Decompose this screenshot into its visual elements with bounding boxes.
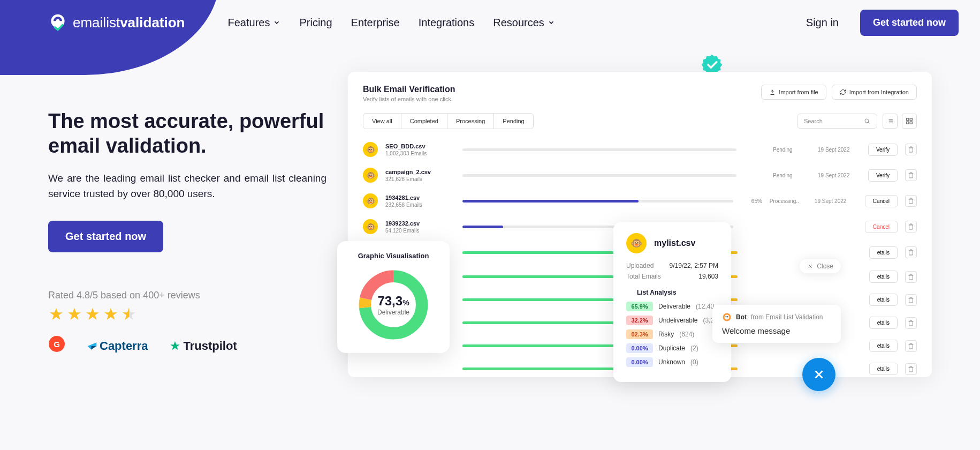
file-action-button[interactable]: etails [869, 246, 898, 259]
details-button[interactable]: etails [869, 271, 898, 283]
signin-link[interactable]: Sign in [806, 17, 839, 29]
percent-badge: 65.9% [626, 302, 653, 311]
analysis-count: (12,40 [696, 303, 714, 310]
delete-button[interactable] [905, 195, 917, 207]
file-status: Processing.. [770, 198, 807, 204]
review-logos: G Capterra Trustpilot [48, 335, 326, 356]
header: emailistvalidation Features Pricing Ente… [0, 0, 980, 45]
svg-rect-6 [907, 118, 909, 121]
import-integration-button[interactable]: Import from Integration [832, 85, 917, 100]
details-button[interactable]: etails [869, 340, 898, 352]
bot-from: from Email List Validation [751, 313, 823, 321]
svg-point-16 [727, 316, 728, 317]
nav-features[interactable]: Features [228, 17, 281, 29]
star-icon [66, 306, 82, 322]
hero-title: The most accurate, powerful email valida… [48, 109, 326, 158]
percent-badge: 32.2% [626, 316, 653, 325]
nav-pricing[interactable]: Pricing [299, 17, 332, 29]
chat-fab[interactable] [802, 358, 835, 391]
file-count: 232,658 Emails [385, 202, 455, 208]
analysis-label: Risky [658, 331, 674, 338]
analysis-label: Unknown [658, 358, 685, 366]
file-action-button[interactable]: Cancel [865, 221, 898, 233]
svg-point-1 [56, 19, 59, 23]
total-value: 19,603 [698, 273, 718, 280]
close-button[interactable]: Close [800, 259, 841, 273]
search-input[interactable]: Search [797, 114, 877, 129]
filter-tabs: View all Completed Processing Pending [363, 113, 534, 129]
analysis-label: Undeliverable [658, 317, 697, 324]
tab-view-all[interactable]: View all [363, 114, 401, 129]
logo[interactable]: emailistvalidation [48, 13, 185, 32]
delete-button[interactable] [905, 271, 917, 283]
svg-point-15 [725, 316, 726, 317]
chevron-down-icon [273, 19, 280, 26]
upload-icon [769, 89, 776, 95]
rating-stars [48, 306, 326, 322]
donut-value: 73,3% [377, 294, 409, 309]
file-action-button[interactable]: Cancel [865, 195, 898, 207]
file-name: SEO_BDD.csv [385, 143, 455, 149]
percent-badge: 0.00% [626, 357, 653, 367]
delete-button[interactable] [905, 294, 917, 306]
tab-pending[interactable]: Pending [494, 114, 533, 129]
chevron-down-icon [548, 19, 555, 26]
file-action-button[interactable]: Verify [868, 169, 898, 182]
delete-button[interactable] [905, 340, 917, 352]
donut-title: Graphic Visualisation [352, 252, 435, 260]
file-status: Pending [773, 172, 810, 178]
delete-button[interactable] [905, 221, 917, 232]
bot-icon [722, 312, 732, 322]
hero-subtitle: We are the leading email list checker an… [48, 171, 326, 201]
import-file-button[interactable]: Import from file [761, 85, 826, 100]
percent-badge: 02.3% [626, 329, 653, 339]
get-started-button[interactable]: Get started now [860, 10, 959, 36]
nav-resources[interactable]: Resources [493, 17, 555, 29]
mailchimp-icon: 🐵 [363, 142, 378, 157]
file-name: 1939232.csv [385, 220, 455, 227]
delete-button[interactable] [905, 169, 917, 181]
dashboard-subtitle: Verify lists of emails with one click. [363, 96, 455, 102]
hero-cta-button[interactable]: Get started now [48, 221, 163, 252]
analysis-label: Deliverable [658, 303, 690, 310]
mailchimp-icon: 🐵 [363, 168, 378, 183]
analysis-row: 02.3%Risky (624) [626, 329, 718, 339]
file-detail-card: 🐵 mylist.csv Uploaded9/19/22, 2:57 PM To… [613, 222, 731, 382]
grid-view-icon[interactable] [902, 114, 917, 129]
file-count: 1,002,303 Emails [385, 151, 455, 156]
nav-integrations[interactable]: Integrations [419, 17, 475, 29]
delete-button[interactable] [905, 246, 917, 258]
file-name: campaign_2.csv [385, 169, 455, 175]
mailchimp-icon: 🐵 [626, 233, 647, 253]
star-icon [85, 306, 101, 322]
trustpilot-logo: Trustpilot [169, 339, 237, 353]
g2-logo: G [48, 335, 65, 356]
delete-button[interactable] [905, 317, 917, 329]
analysis-row: 0.00%Unknown (0) [626, 357, 718, 367]
file-action-button[interactable]: Verify [868, 144, 898, 156]
uploaded-value: 9/19/22, 2:57 PM [670, 262, 718, 269]
svg-point-14 [725, 315, 730, 320]
file-date: 19 Sept 2022 [818, 147, 861, 153]
details-button[interactable]: etails [869, 317, 898, 329]
nav: Features Pricing Enterprise Integrations… [228, 17, 555, 29]
tab-processing[interactable]: Processing [447, 114, 494, 129]
list-view-icon[interactable] [883, 114, 898, 129]
file-name: 1934281.csv [385, 194, 455, 201]
file-row: 🐵SEO_BDD.csv1,002,303 EmailsPending19 Se… [363, 137, 917, 162]
percent-badge: 0.00% [626, 343, 653, 353]
nav-enterprise[interactable]: Enterprise [351, 17, 400, 29]
delete-button[interactable] [905, 144, 917, 155]
tab-completed[interactable]: Completed [401, 114, 447, 129]
svg-rect-8 [907, 122, 909, 124]
close-icon [807, 263, 814, 269]
details-button[interactable]: etails [869, 363, 898, 375]
mailchimp-icon: 🐵 [363, 193, 378, 208]
file-percent: 65% [741, 198, 762, 204]
details-button[interactable]: etails [869, 294, 898, 306]
bot-popup[interactable]: Bot from Email List Validation Welcome m… [712, 305, 841, 343]
analysis-label: Duplicate [658, 344, 685, 352]
delete-button[interactable] [905, 363, 917, 375]
analysis-count: (0) [690, 358, 698, 366]
close-icon [812, 368, 826, 381]
